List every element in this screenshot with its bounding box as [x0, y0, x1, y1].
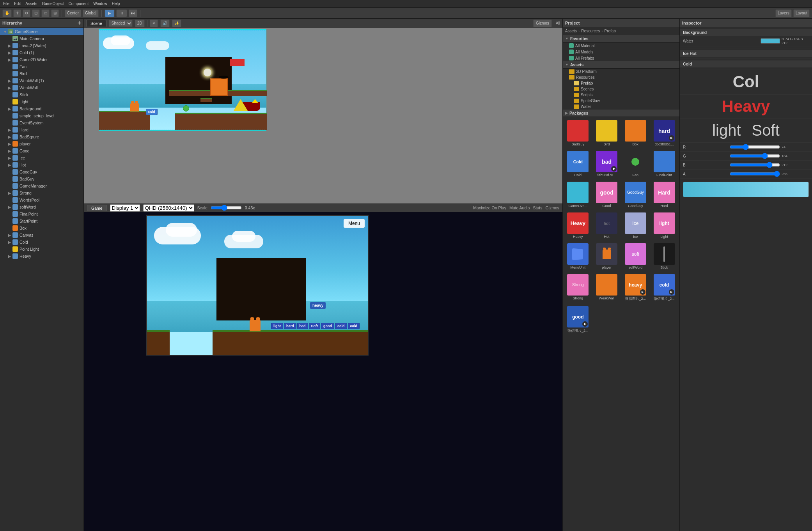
resolution-select[interactable]: QHD (2560x1440) [143, 204, 194, 212]
hierarchy-item-gamescene[interactable]: ▼ ⊞ GameScene [0, 28, 83, 35]
menu-component[interactable]: Component [69, 2, 89, 6]
hierarchy-item-cold1[interactable]: ▶ Cold (1) [0, 49, 83, 56]
b-slider[interactable] [730, 162, 780, 168]
asset-good-prefab2[interactable]: good ▶ 微信图片_2... [564, 304, 592, 335]
asset-bird[interactable]: Bird [593, 119, 621, 148]
hierarchy-item-pointlight[interactable]: Point Light [0, 246, 83, 253]
asset-bad[interactable]: bad ▶ fab58af70... [593, 149, 621, 179]
stats[interactable]: Stats [533, 205, 542, 210]
2d-toggle[interactable]: 2D [135, 19, 145, 27]
hierarchy-item-background[interactable]: ▶ Background [0, 105, 83, 112]
folder-scenes[interactable]: Scenes [563, 86, 679, 92]
display-select[interactable]: Display 1 [110, 204, 140, 212]
hierarchy-item-hot[interactable]: ▶ Hot [0, 161, 83, 168]
hierarchy-item-gamemanager[interactable]: GameManager [0, 182, 83, 189]
hierarchy-item-maincamera[interactable]: 📷 Main Camera [0, 35, 83, 42]
asset-player[interactable]: player [593, 242, 621, 271]
asset-cold[interactable]: Cold Cold [564, 149, 592, 179]
menu-edit[interactable]: Edit [14, 2, 21, 6]
color-gradient-preview[interactable] [683, 182, 809, 197]
scale-slider[interactable] [211, 205, 242, 211]
breadcrumb-assets[interactable]: Assets [565, 29, 577, 33]
fav-all-material[interactable]: All Material [563, 42, 679, 49]
menu-gameobject[interactable]: GameObject [42, 2, 64, 6]
game-viewport[interactable]: heavy light hard bad Soft good cold cold… [84, 212, 562, 531]
scene-viewport[interactable]: light hard bad soft cold cold [84, 28, 562, 204]
scene-tab[interactable]: Scene [86, 20, 106, 27]
hierarchy-item-good[interactable]: ▶ Good [0, 147, 83, 154]
asset-badguy[interactable]: BadGuy [564, 119, 592, 148]
folder-resources[interactable]: Resources [563, 74, 679, 80]
menu-button[interactable]: Menu [344, 219, 365, 228]
r-slider[interactable] [730, 144, 780, 150]
hierarchy-add-btn[interactable]: + [78, 19, 81, 27]
asset-ice[interactable]: Ice Ice [622, 211, 649, 240]
hierarchy-item-weakwall1[interactable]: ▶ WeakWall (1) [0, 77, 83, 84]
asset-light[interactable]: light Light [651, 211, 678, 240]
breadcrumb-resources[interactable]: Resources [581, 29, 600, 33]
folder-water[interactable]: Water [563, 104, 679, 110]
asset-heavy[interactable]: Heavy Heavy [564, 211, 592, 240]
hierarchy-item-cold[interactable]: ▶ Cold [0, 239, 83, 246]
play-button[interactable]: ▶ [105, 9, 115, 17]
g-slider[interactable] [730, 153, 780, 159]
step-button[interactable]: ⏭ [129, 9, 137, 17]
hierarchy-item-fan[interactable]: Fan [0, 63, 83, 70]
hierarchy-item-ice[interactable]: ▶ Ice [0, 154, 83, 161]
pause-button[interactable]: ⏸ [116, 9, 127, 17]
menu-assets[interactable]: Assets [25, 2, 37, 6]
asset-box[interactable]: Box [622, 119, 649, 148]
gizmos-btn[interactable]: Gizmos [533, 19, 552, 27]
hierarchy-item-weakwall[interactable]: ▶ WeakWall [0, 84, 83, 91]
breadcrumb-prefab[interactable]: Prefab [605, 29, 616, 33]
fav-all-prefabs[interactable]: All Prefabs [563, 55, 679, 61]
hierarchy-item-canvas[interactable]: ▶ Canvas [0, 232, 83, 239]
folder-prefab[interactable]: Prefab [563, 80, 679, 86]
view-mode-select[interactable]: Shaded [109, 20, 133, 27]
asset-hard[interactable]: Hard Hard [651, 180, 678, 209]
hierarchy-item-light[interactable]: Light [0, 98, 83, 105]
maximize-on-play[interactable]: Maximize On Play [473, 205, 506, 210]
water-swatch[interactable] [761, 38, 780, 44]
hierarchy-item-finalpoint[interactable]: FinalPoint [0, 211, 83, 218]
hierarchy-item-softword[interactable]: ▶ softWord [0, 204, 83, 211]
hierarchy-item-box[interactable]: Box [0, 225, 83, 232]
hierarchy-item-wordspool[interactable]: WordsPool [0, 196, 83, 204]
folder-2dplatform[interactable]: 2D Platform [563, 69, 679, 74]
packages-header[interactable]: ▶ Packages [563, 110, 679, 117]
asset-menuunit[interactable]: MenuUnit [564, 242, 592, 271]
asset-finalpoint[interactable]: FinalPoint [651, 149, 678, 179]
asset-good[interactable]: good Good [593, 180, 621, 209]
asset-weakwall[interactable]: WeakWall [593, 273, 621, 303]
move-tool[interactable]: ✛ [13, 9, 21, 17]
folder-scripts[interactable]: Scripts [563, 92, 679, 98]
asset-cold-prefab2[interactable]: cold ▶ 微信图片_2... [651, 273, 678, 303]
hierarchy-item-startpoint[interactable]: StartPoint [0, 218, 83, 225]
hierarchy-item-player[interactable]: ▶ player [0, 140, 83, 147]
hierarchy-item-setupl[interactable]: simple_setup_level [0, 112, 83, 119]
layers-btn[interactable]: Layers [775, 9, 792, 17]
hierarchy-item-badsqure[interactable]: ▶ BadSqrure [0, 133, 83, 140]
layout-btn[interactable]: Layout [793, 9, 810, 17]
asset-hot[interactable]: hot Hot [593, 211, 621, 240]
scale-tool[interactable]: ⊡ [32, 9, 40, 17]
hierarchy-item-stick[interactable]: Stick [0, 91, 83, 98]
hierarchy-item-goodguy[interactable]: GoodGuy [0, 168, 83, 175]
effects-toggle[interactable]: ✨ [172, 19, 181, 27]
pivot-global[interactable]: Global [83, 9, 99, 17]
lighting-toggle[interactable]: ☀ [150, 19, 158, 27]
hierarchy-item-badguy[interactable]: BadGuy [0, 175, 83, 182]
hierarchy-item-bird[interactable]: Bird [0, 70, 83, 77]
a-slider[interactable] [730, 171, 780, 177]
fav-all-models[interactable]: All Models [563, 49, 679, 55]
asset-fan[interactable]: Fan [622, 149, 649, 179]
asset-gameover[interactable]: GameOve... [564, 180, 592, 209]
assets-header[interactable]: ▼ Assets [563, 61, 679, 69]
gizmos-game[interactable]: Gizmos [545, 205, 559, 210]
hierarchy-item-game2dwater[interactable]: ▶ Game2D Water [0, 56, 83, 63]
game-tab[interactable]: Game [87, 205, 107, 211]
asset-hard-prefab[interactable]: hard ▶ cbc3f8d51... [651, 119, 678, 148]
asset-strong[interactable]: Strong Strong [564, 273, 592, 303]
hierarchy-item-strong[interactable]: ▶ Strong [0, 189, 83, 196]
asset-stick[interactable]: Stick [651, 242, 678, 271]
